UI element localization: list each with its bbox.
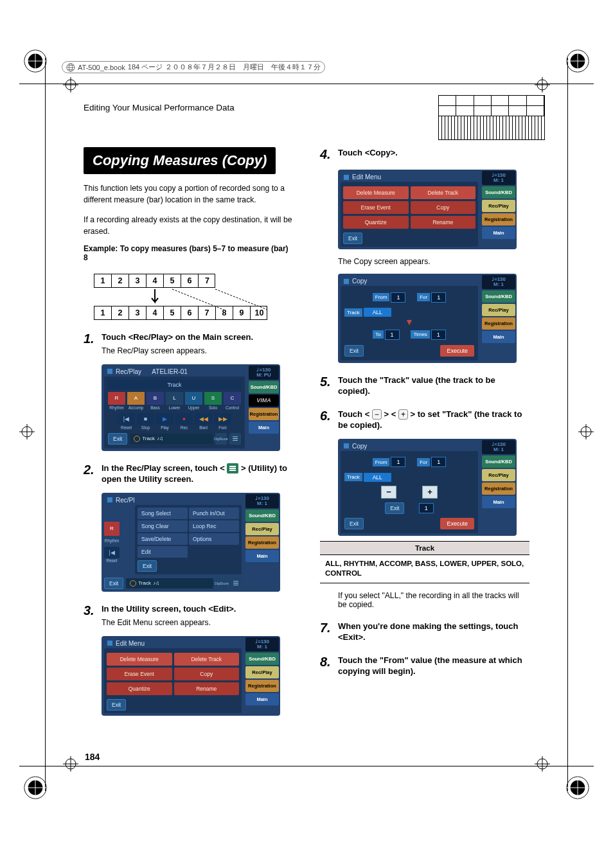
- times-value[interactable]: 1: [431, 330, 446, 340]
- exit-button[interactable]: Exit: [138, 560, 157, 572]
- svg-rect-17: [229, 468, 236, 469]
- list-button[interactable]: ≡: [230, 578, 242, 589]
- track-a[interactable]: A: [127, 392, 145, 405]
- for-value[interactable]: 1: [431, 292, 446, 303]
- digiscore-button[interactable]: DigiScore: [215, 433, 227, 445]
- edit-button[interactable]: Edit: [138, 546, 188, 558]
- to-value[interactable]: 1: [385, 330, 400, 340]
- quantize-button[interactable]: Quantize: [343, 216, 409, 229]
- copy-button[interactable]: Copy: [411, 201, 476, 214]
- registration-button[interactable]: Registration: [482, 317, 515, 330]
- recplay-button[interactable]: Rec/Play: [245, 523, 279, 535]
- registration-button[interactable]: Registration: [245, 536, 279, 549]
- reset-button[interactable]: |◀: [104, 547, 120, 558]
- step-num-3: 3.: [84, 603, 95, 628]
- erase-event-button[interactable]: Erase Event: [343, 201, 409, 214]
- from-value[interactable]: 1: [391, 292, 405, 303]
- digiscore-button[interactable]: DigiScore: [216, 578, 227, 589]
- fwd-button[interactable]: ▶▶: [214, 413, 231, 425]
- main-button[interactable]: Main: [249, 421, 279, 434]
- tempo-display: ♩=130M: PU: [249, 366, 279, 380]
- window-icon: [343, 278, 350, 285]
- main-button[interactable]: Main: [482, 331, 515, 343]
- quantize-button[interactable]: Quantize: [107, 682, 172, 695]
- song-clear-button[interactable]: Song Clear: [138, 520, 188, 532]
- minus-button[interactable]: −: [381, 486, 396, 499]
- track-c[interactable]: C: [224, 392, 241, 405]
- exit-button[interactable]: Exit: [344, 345, 364, 357]
- step-1-title: Touch <Rec/Play> on the Main screen.: [102, 332, 253, 342]
- track-u[interactable]: U: [185, 392, 202, 405]
- copy-button[interactable]: Copy: [174, 668, 240, 680]
- utility-screenshot: Rec/Pl R Rhythm |◀ Reset: [102, 493, 280, 592]
- recplay-button[interactable]: Rec/Play: [482, 200, 515, 212]
- rec-button[interactable]: ●: [175, 413, 193, 425]
- delete-track-button[interactable]: Delete Track: [174, 653, 240, 666]
- crop-line-bottom: [19, 766, 594, 766]
- inner-exit-button[interactable]: Exit: [385, 502, 404, 514]
- print-header: AT-500_e.book 184 ページ ２００８年７月２８日 月曜日 午後４…: [62, 61, 325, 73]
- track-value[interactable]: ALL: [364, 473, 391, 482]
- list-button[interactable]: ≡: [229, 433, 241, 445]
- track-l[interactable]: L: [166, 392, 183, 405]
- track-utility-button[interactable]: Track ♪♫: [126, 578, 213, 589]
- execute-button[interactable]: Execute: [440, 345, 474, 357]
- step-3-sub: The Edit Menu screen appears.: [102, 617, 293, 628]
- main-button[interactable]: Main: [482, 496, 515, 508]
- reset-button[interactable]: |◀: [118, 413, 135, 425]
- recplay-button[interactable]: Rec/Play: [482, 304, 515, 316]
- track-r[interactable]: R: [108, 392, 125, 405]
- exit-button[interactable]: Exit: [344, 518, 364, 529]
- save-delete-button[interactable]: Save/Delete: [138, 533, 188, 545]
- delete-measure-button[interactable]: Delete Measure: [107, 653, 172, 666]
- window-icon: [107, 640, 113, 646]
- sound-button[interactable]: Sound/KBD: [245, 509, 279, 522]
- sound-button[interactable]: Sound/KBD: [245, 653, 279, 665]
- plus-button[interactable]: +: [422, 486, 438, 499]
- rename-button[interactable]: Rename: [411, 216, 476, 229]
- main-button[interactable]: Main: [482, 227, 515, 239]
- options-button[interactable]: Options: [189, 533, 239, 545]
- track-b[interactable]: B: [147, 392, 164, 405]
- track-s[interactable]: S: [204, 392, 222, 405]
- step-6-mid: > <: [382, 409, 398, 419]
- stop-button[interactable]: ■: [137, 413, 154, 425]
- track-value[interactable]: ALL: [364, 308, 391, 317]
- sound-button[interactable]: Sound/KBD: [482, 456, 515, 468]
- window-icon: [107, 497, 113, 503]
- main-button[interactable]: Main: [245, 693, 279, 705]
- rename-button[interactable]: Rename: [174, 682, 240, 695]
- sound-button[interactable]: Sound/KBD: [482, 186, 515, 199]
- loop-rec-button[interactable]: Loop Rec: [189, 520, 239, 532]
- track-r[interactable]: R: [104, 522, 120, 536]
- exit-button[interactable]: Exit: [107, 699, 126, 711]
- erase-event-button[interactable]: Erase Event: [107, 668, 172, 680]
- track-utility-button[interactable]: Track ♪♫: [130, 434, 213, 444]
- exit-button[interactable]: Exit: [104, 578, 123, 589]
- main-button[interactable]: Main: [245, 550, 279, 562]
- play-button[interactable]: ▶: [156, 413, 173, 425]
- exit-button[interactable]: Exit: [108, 433, 127, 445]
- recplay-button[interactable]: Rec/Play: [245, 666, 279, 678]
- execute-button[interactable]: Execute: [440, 518, 474, 529]
- registration-button[interactable]: Registration: [482, 483, 515, 495]
- exit-button[interactable]: Exit: [343, 233, 362, 244]
- step-num-8: 8.: [320, 655, 332, 677]
- registration-button[interactable]: Registration: [249, 408, 279, 420]
- song-select-button[interactable]: Song Select: [138, 508, 188, 519]
- header-page: 184 ページ: [128, 62, 163, 72]
- registration-button[interactable]: Registration: [482, 213, 515, 226]
- registration-button[interactable]: Registration: [245, 680, 279, 692]
- header-file: AT-500_e.book: [78, 64, 125, 71]
- sound-button[interactable]: Sound/KBD: [249, 381, 279, 393]
- punch-button[interactable]: Punch In/Out: [189, 508, 239, 519]
- vima-button[interactable]: VIMA: [249, 394, 279, 407]
- delete-measure-button[interactable]: Delete Measure: [343, 186, 409, 199]
- delete-track-button[interactable]: Delete Track: [411, 186, 476, 199]
- copy-screenshot-1: Copy From1 For1 TrackALL ▼: [338, 274, 517, 363]
- for-value[interactable]: 1: [431, 457, 446, 467]
- recplay-button[interactable]: Rec/Play: [482, 469, 515, 481]
- sound-button[interactable]: Sound/KBD: [482, 290, 515, 303]
- bwd-button[interactable]: ◀◀: [195, 413, 212, 425]
- from-value[interactable]: 1: [391, 457, 405, 467]
